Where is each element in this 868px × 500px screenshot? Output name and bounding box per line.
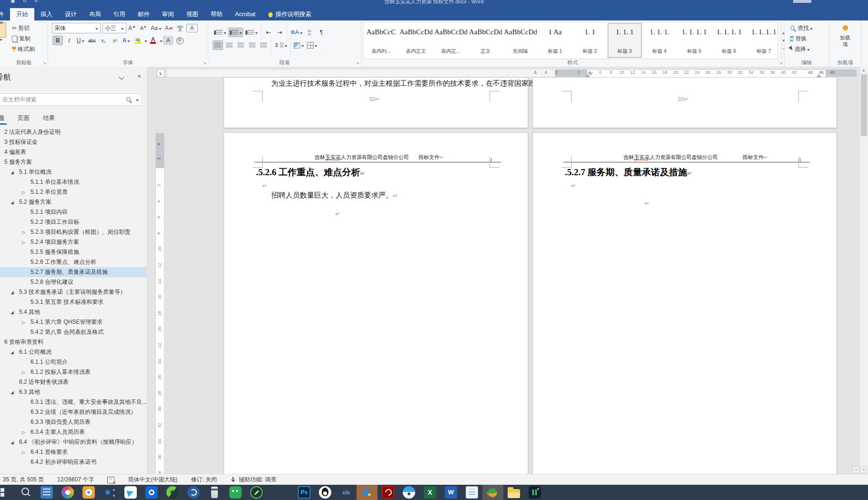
- tell-me-search[interactable]: 操作说明搜索: [268, 8, 311, 20]
- phonetic-guide-button[interactable]: wén文: [175, 23, 185, 33]
- word-taskbar-button[interactable]: [440, 485, 461, 500]
- folder-taskbar-button[interactable]: [503, 485, 524, 500]
- shrink-font-button[interactable]: A▼: [138, 23, 149, 33]
- borders-button[interactable]: [306, 40, 318, 50]
- font-size-combo[interactable]: 小三: [102, 23, 126, 33]
- distribute-button[interactable]: [258, 40, 269, 50]
- vertical-scrollbar[interactable]: ▲: [859, 67, 868, 474]
- nav-item[interactable]: ◢6.3 其他: [0, 387, 147, 397]
- accessibility-status[interactable]: 辅助功能: 调查: [239, 476, 276, 484]
- change-case-button[interactable]: Aa: [150, 23, 163, 33]
- format-painter-button[interactable]: 格式刷: [11, 44, 36, 54]
- xin-taskbar-button[interactable]: [336, 485, 357, 500]
- character-border-button[interactable]: A: [186, 24, 198, 32]
- font-color-button[interactable]: A: [148, 36, 158, 45]
- justify-button[interactable]: [247, 40, 257, 50]
- expanded-arrow-icon[interactable]: ◢: [10, 200, 15, 205]
- excel-taskbar-button[interactable]: [419, 485, 440, 500]
- ribbon-tab-设计[interactable]: 设计: [59, 8, 83, 20]
- page-35[interactable]: 吉林玉实花人力资源有限公司盘锦分公司 投标文件↵ .5.2.7 服务期、质量承诺…: [533, 133, 837, 474]
- nav-item[interactable]: 4 偏差表: [0, 147, 147, 157]
- acrobat-taskbar-button[interactable]: [378, 485, 398, 500]
- ribbon-tab-视图[interactable]: 视图: [180, 8, 204, 20]
- scroll-up-icon[interactable]: ▲: [862, 68, 866, 72]
- nav-item[interactable]: 5.1.1 单位基本情况: [0, 177, 147, 187]
- style-chip[interactable]: 1 Aa标题 1: [538, 23, 572, 58]
- horizontal-ruler[interactable]: 6422468101214161820222426283032343638404…: [167, 70, 856, 77]
- nav-item[interactable]: 3 投标保证金: [0, 137, 147, 147]
- notepad-taskbar-button[interactable]: [461, 485, 482, 500]
- nav-item[interactable]: 5.4.2 第八章 合同条款及格式: [0, 327, 147, 337]
- expanded-arrow-icon[interactable]: ◢: [10, 310, 15, 315]
- qq-taskbar-button[interactable]: [315, 485, 336, 500]
- notes-taskbar-button[interactable]: [246, 485, 267, 500]
- nav-item[interactable]: 5.2.2 项目工作目标: [0, 217, 147, 227]
- paragraph-dialog-launcher[interactable]: ↘: [356, 60, 359, 65]
- replace-button[interactable]: abac替换: [789, 34, 807, 43]
- wechat-taskbar-button[interactable]: [225, 485, 246, 500]
- nav-item[interactable]: ▷5.4.1 第六章 QHSE管理要求: [0, 317, 147, 327]
- highlight-button[interactable]: ab̲: [133, 36, 143, 45]
- nav-item[interactable]: ▷5.2.4 项目服务方案: [0, 237, 147, 247]
- style-chip[interactable]: AaBbCcDdI无间隔: [503, 23, 537, 58]
- collapsed-arrow-icon[interactable]: ▷: [22, 430, 27, 435]
- ball-taskbar-button[interactable]: [183, 485, 204, 500]
- nav-item[interactable]: ◢6.1 公司概况: [0, 347, 147, 357]
- font-dialog-launcher[interactable]: ↘: [203, 60, 206, 65]
- ribbon-tab-帮助[interactable]: 帮助: [204, 8, 229, 20]
- nav-item[interactable]: 5.2.7 服务期、质量承诺及措施: [0, 267, 147, 277]
- character-shading-button[interactable]: A: [163, 36, 174, 45]
- style-chip[interactable]: AaBbCcDdI正文: [469, 23, 502, 58]
- word-count-status[interactable]: 12/26607 个字: [57, 476, 94, 484]
- addins-button[interactable]: 加载项: [829, 25, 861, 48]
- language-status[interactable]: 简体中文(中国大陆): [128, 476, 177, 484]
- collapsed-arrow-icon[interactable]: ▷: [22, 230, 27, 235]
- proofing-status-icon[interactable]: [107, 477, 114, 483]
- style-chip[interactable]: 1. 1标题 2: [573, 23, 607, 58]
- ribbon-tab-插入[interactable]: 插入: [34, 8, 59, 20]
- bold-button[interactable]: B: [52, 36, 63, 45]
- underline-button[interactable]: U: [75, 36, 86, 45]
- mug-taskbar-button[interactable]: [204, 485, 225, 500]
- ribbon-tab-Acrobat[interactable]: Acrobat: [229, 8, 262, 20]
- clipboard-dialog-launcher[interactable]: ↘: [42, 60, 46, 65]
- tab-selector[interactable]: L: [157, 69, 165, 77]
- style-chip[interactable]: AaBbCcC表内列...: [364, 23, 398, 58]
- nav-item[interactable]: ▷5.1.2 单位资质: [0, 187, 147, 197]
- expanded-arrow-icon[interactable]: ◢: [10, 390, 15, 395]
- collapsed-arrow-icon[interactable]: ▷: [22, 450, 27, 455]
- align-right-button[interactable]: [235, 40, 246, 50]
- expanded-arrow-icon[interactable]: ◢: [10, 440, 15, 445]
- nav-close-icon[interactable]: ×: [137, 72, 141, 80]
- nav-item[interactable]: 5.2.6 工作重点、难点分析: [0, 257, 147, 267]
- nav-search-box[interactable]: 在文档中搜索: [0, 93, 142, 106]
- track-changes-status[interactable]: 修订: 关闭: [191, 476, 217, 484]
- ribbon-tab-开始[interactable]: 开始: [10, 8, 34, 20]
- page-32[interactable]: 为业主进行技术服务过程中，对业主根据工作需要所作的技术要求，在不违背国家政策 3…: [224, 78, 528, 128]
- browser-taskbar-button[interactable]: [398, 485, 419, 500]
- photos-taskbar-button[interactable]: [57, 485, 78, 500]
- shading-button[interactable]: [293, 40, 305, 50]
- nav-item[interactable]: ◢5.3 技术服务承诺（主要说明服务质量等）: [0, 287, 147, 297]
- nav-tab-页面[interactable]: 页面: [18, 114, 30, 122]
- bank-taskbar-button[interactable]: [141, 485, 162, 500]
- text-effects-button[interactable]: A: [121, 36, 132, 45]
- nav-item[interactable]: 6.3.3 项目负责人简历表: [0, 417, 147, 427]
- qqchat-taskbar-button[interactable]: [357, 485, 378, 500]
- font-name-combo[interactable]: 宋体: [52, 23, 101, 33]
- nav-item[interactable]: 5.2.1 项目内容: [0, 207, 147, 217]
- vertical-ruler[interactable]: 422468101214161820222426283032343638: [155, 133, 164, 474]
- collapsed-arrow-icon[interactable]: ▷: [22, 190, 27, 195]
- nav-item[interactable]: ◢5.2 服务方案: [0, 197, 147, 207]
- strikethrough-button[interactable]: abc: [87, 36, 97, 45]
- styles-dialog-launcher[interactable]: ↘: [779, 60, 783, 65]
- enclose-characters-button[interactable]: 字: [174, 36, 185, 45]
- previous-page-button[interactable]: ˄: [853, 466, 859, 473]
- clear-format-button[interactable]: A: [163, 23, 174, 33]
- paste-button[interactable]: [0, 22, 9, 59]
- scrollbar-thumb[interactable]: [861, 74, 867, 136]
- nav-item[interactable]: 6.3.2 业绩（近年承担的项目及完成情况）: [0, 407, 147, 417]
- nav-item[interactable]: ◢5.4 其他: [0, 307, 147, 317]
- page-count-status[interactable]: 35 页, 共 505 页: [3, 476, 44, 484]
- collapsed-arrow-icon[interactable]: ▷: [22, 240, 27, 245]
